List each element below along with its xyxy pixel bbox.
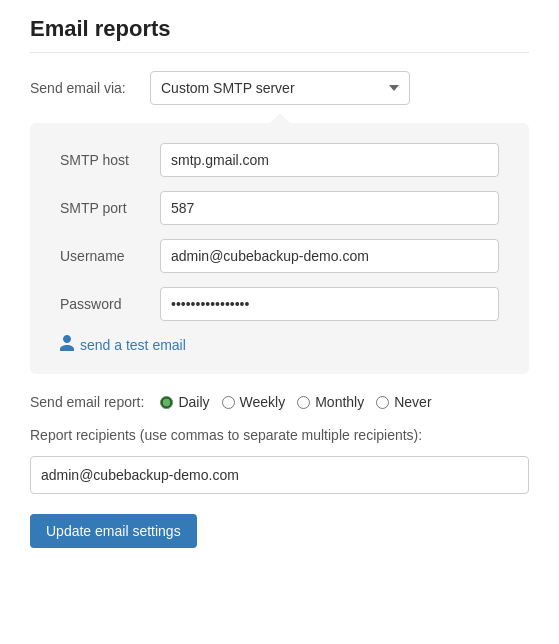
radio-weekly-label: Weekly: [240, 394, 286, 410]
smtp-username-label: Username: [60, 248, 160, 264]
smtp-port-row: SMTP port: [60, 191, 499, 225]
radio-never-label: Never: [394, 394, 431, 410]
radio-daily-input[interactable]: [160, 396, 173, 409]
smtp-settings-box: SMTP host SMTP port Username Password se…: [30, 123, 529, 374]
smtp-host-input[interactable]: [160, 143, 499, 177]
radio-daily[interactable]: Daily: [160, 394, 209, 410]
send-via-select[interactable]: Custom SMTP server Gmail Sendmail PHP ma…: [150, 71, 410, 105]
radio-weekly[interactable]: Weekly: [222, 394, 286, 410]
send-via-label: Send email via:: [30, 80, 150, 96]
report-frequency-label: Send email report:: [30, 394, 144, 410]
radio-monthly-input[interactable]: [297, 396, 310, 409]
radio-weekly-input[interactable]: [222, 396, 235, 409]
radio-never-input[interactable]: [376, 396, 389, 409]
smtp-password-input[interactable]: [160, 287, 499, 321]
update-email-settings-button[interactable]: Update email settings: [30, 514, 197, 548]
smtp-username-row: Username: [60, 239, 499, 273]
radio-monthly[interactable]: Monthly: [297, 394, 364, 410]
smtp-password-row: Password: [60, 287, 499, 321]
report-frequency-row: Send email report: Daily Weekly Monthly …: [30, 394, 529, 410]
smtp-password-label: Password: [60, 296, 160, 312]
send-test-email-link[interactable]: send a test email: [60, 335, 186, 354]
smtp-port-label: SMTP port: [60, 200, 160, 216]
radio-monthly-label: Monthly: [315, 394, 364, 410]
recipients-description: Report recipients (use commas to separat…: [30, 426, 529, 446]
smtp-host-row: SMTP host: [60, 143, 499, 177]
smtp-port-input[interactable]: [160, 191, 499, 225]
recipients-input[interactable]: [30, 456, 529, 494]
radio-never[interactable]: Never: [376, 394, 431, 410]
test-email-text: send a test email: [80, 337, 186, 353]
smtp-host-label: SMTP host: [60, 152, 160, 168]
user-icon: [60, 335, 74, 354]
radio-daily-label: Daily: [178, 394, 209, 410]
page-title: Email reports: [30, 16, 529, 53]
send-via-row: Send email via: Custom SMTP server Gmail…: [30, 71, 529, 105]
smtp-username-input[interactable]: [160, 239, 499, 273]
